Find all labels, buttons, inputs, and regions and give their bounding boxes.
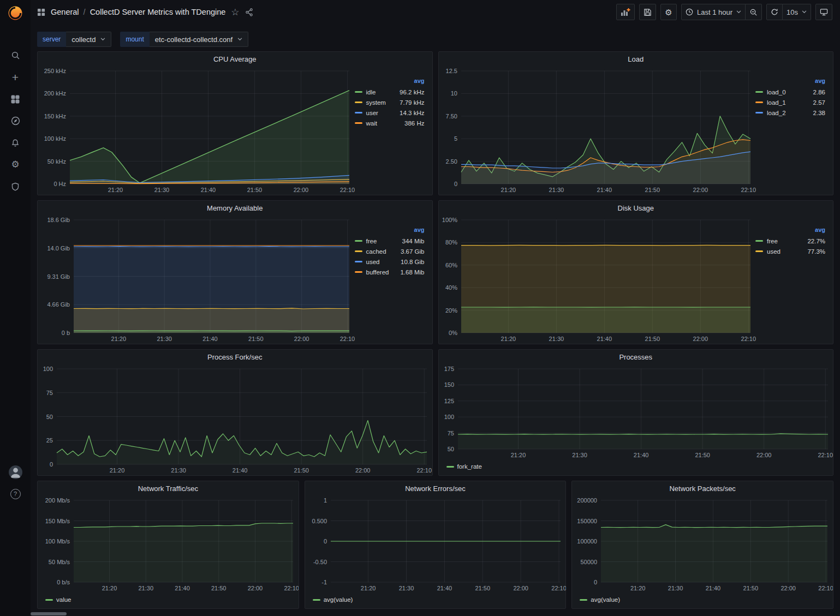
legend-item-user[interactable]: user14.3 kHz [355,107,432,118]
series-name: system [366,99,396,106]
legend-item-used[interactable]: used77.3% [755,246,833,256]
legend-item-load-0[interactable]: load_02.86 [755,87,833,97]
svg-text:21:40: 21:40 [202,336,218,342]
breadcrumb-dashboard-title[interactable]: CollectD Server Metrics with TDengine [90,8,226,16]
svg-text:0 b/s: 0 b/s [57,579,70,585]
server-variable-dropdown[interactable]: collectd [66,32,111,47]
svg-text:21:40: 21:40 [175,585,190,591]
panel-cpu-average: CPU Average 0 Hz50 kHz100 kHz150 kHz200 … [37,51,433,195]
svg-text:-1: -1 [321,579,327,585]
share-icon[interactable] [245,8,253,16]
legend-memory-available: avgfree344 Mibcached3.67 Gibused10.8 Gib… [355,216,432,344]
panel-title[interactable]: CPU Average [38,52,432,67]
variable-mount: mount etc-collectd-collectd.conf [120,32,248,47]
series-avg-value: 2.57 [813,99,825,106]
breadcrumb: General / CollectD Server Metrics with T… [51,8,225,16]
svg-text:22:10: 22:10 [818,452,833,458]
legend-item-value[interactable]: value [45,596,72,603]
refresh-button[interactable] [766,4,783,20]
configuration-gear-icon[interactable]: ⚙ [0,154,31,175]
chart-cpu-average[interactable]: 0 Hz50 kHz100 kHz150 kHz200 kHz250 kHz21… [38,67,355,195]
chart-process-fork[interactable]: 025507510021:2021:3021:4021:5022:0022:10 [38,364,432,475]
legend-item-idle[interactable]: idle96.2 kHz [355,87,432,97]
svg-text:40%: 40% [445,284,457,291]
svg-text:14.0 Gib: 14.0 Gib [47,245,70,252]
legend-item-cached[interactable]: cached3.67 Gib [355,246,432,256]
chart-processes[interactable]: 507510012515017521:2021:3021:4021:5022:0… [439,364,833,460]
svg-text:21:40: 21:40 [597,336,612,342]
panel-load: Load 02.5057.501012.521:2021:3021:4021:5… [438,51,834,195]
panel-network-packets: Network Packets/sec 05000010000015000020… [571,481,833,609]
svg-text:50: 50 [46,414,53,420]
svg-text:21:40: 21:40 [233,467,248,474]
legend-item-avg-value-[interactable]: avg(value) [580,596,620,603]
legend-item-load-1[interactable]: load_12.57 [755,97,833,107]
star-icon[interactable]: ☆ [231,7,239,18]
panel-title[interactable]: Network Packets/sec [572,481,833,496]
legend-item-used[interactable]: used10.8 Gib [355,256,432,267]
svg-text:100000: 100000 [577,538,598,545]
svg-text:100 Mb/s: 100 Mb/s [45,538,70,545]
legend-item-system[interactable]: system7.79 kHz [355,97,432,107]
panel-title[interactable]: Processes [439,350,833,364]
chart-network-packets[interactable]: 05000010000015000020000021:2021:3021:402… [572,496,833,593]
legend-item-free[interactable]: free22.7% [755,236,833,246]
legend-item-fork-rate[interactable]: fork_rate [446,463,482,470]
legend-item-free[interactable]: free344 Mib [355,236,432,246]
series-color-dash [355,101,362,103]
create-plus-icon[interactable]: + [0,67,31,88]
grafana-app: + ⚙ ? [0,0,840,616]
dashboards-icon[interactable] [0,88,31,110]
svg-text:21:20: 21:20 [501,336,516,342]
svg-text:21:40: 21:40 [597,187,612,193]
svg-text:22:10: 22:10 [741,187,755,193]
svg-text:21:20: 21:20 [102,585,117,591]
svg-text:21:50: 21:50 [294,467,309,474]
server-admin-shield-icon[interactable] [0,176,31,197]
panel-title[interactable]: Network Errors/sec [305,481,566,496]
dashboard-settings-button[interactable]: ⚙ [660,4,677,20]
legend-item-avg-value-[interactable]: avg(value) [313,596,353,603]
svg-text:75: 75 [447,430,454,436]
series-color-dash [755,112,763,113]
help-icon[interactable]: ? [0,487,31,500]
panel-title[interactable]: Network Traffic/sec [38,481,299,496]
grafana-logo[interactable] [0,0,31,26]
panel-title[interactable]: Load [439,52,833,67]
svg-text:0: 0 [454,181,457,187]
save-dashboard-button[interactable] [639,4,656,20]
chart-disk-usage[interactable]: 0%20%40%60%80%100%21:2021:3021:4021:5022… [439,216,756,344]
chart-memory-available[interactable]: 0 b4.66 Gib9.31 Gib14.0 Gib18.6 Gib21:20… [38,216,355,344]
user-avatar[interactable] [9,465,22,479]
svg-text:100: 100 [43,366,53,372]
zoom-out-button[interactable] [746,4,762,20]
legend-disk-usage: avgfree22.7%used77.3% [755,216,833,344]
svg-text:0 b: 0 b [62,330,70,336]
panel-title[interactable]: Disk Usage [439,201,833,216]
svg-text:100: 100 [444,414,454,420]
mount-variable-dropdown[interactable]: etc-collectd-collectd.conf [150,32,248,47]
chevron-down-icon [736,10,741,14]
svg-text:21:40: 21:40 [201,187,216,193]
legend-load: avgload_02.86load_12.57load_22.38 [755,67,833,195]
refresh-interval-select[interactable]: 10s [783,4,811,20]
chart-network-traffic[interactable]: 0 b/s50 Mb/s100 Mb/s150 Mb/s200 Mb/s21:2… [38,496,299,593]
legend-item-load-2[interactable]: load_22.38 [755,107,833,118]
chart-network-errors[interactable]: -1-0.5000.500121:2021:3021:4021:5022:002… [305,496,566,593]
svg-text:22:00: 22:00 [513,585,528,591]
explore-compass-icon[interactable] [0,110,31,131]
horizontal-scrollbar-thumb[interactable] [31,612,67,615]
tv-mode-button[interactable] [815,4,832,20]
search-icon[interactable] [0,45,31,66]
svg-text:18.6 Gib: 18.6 Gib [47,217,70,223]
time-range-picker[interactable]: Last 1 hour [681,4,746,20]
series-name: wait [366,120,401,127]
alerting-bell-icon[interactable] [0,132,31,153]
legend-item-buffered[interactable]: buffered1.68 Mib [355,267,432,277]
legend-item-wait[interactable]: wait386 Hz [355,118,432,128]
chart-load[interactable]: 02.5057.501012.521:2021:3021:4021:5022:0… [439,67,756,195]
panel-title[interactable]: Process Fork/sec [38,350,432,364]
breadcrumb-folder[interactable]: General [51,8,79,16]
panel-title[interactable]: Memory Available [38,201,432,216]
add-panel-button[interactable] [616,4,635,20]
